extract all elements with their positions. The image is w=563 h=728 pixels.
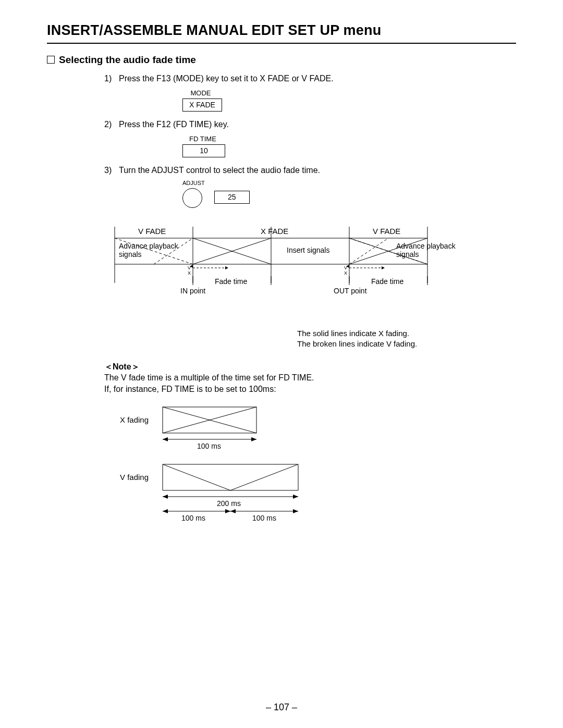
note-line1: The V fade time is a multiple of the tim… [104, 372, 516, 384]
diagram-insert: Insert signals [287, 246, 329, 254]
mode-indicator-label: MODE [182, 89, 219, 98]
svg-marker-45 [293, 509, 298, 513]
svg-line-35 [163, 464, 230, 490]
mini-x-label: X fading [120, 415, 149, 424]
diagram-xfade: X FADE [261, 227, 288, 236]
svg-line-14 [349, 238, 388, 264]
note-heading: ＜Note＞ [104, 361, 516, 373]
page-number: – 107 – [0, 701, 563, 713]
steps-list: 1)Press the F13 (MODE) key to set it to … [104, 73, 516, 208]
diagram-advance-left-2: signals [119, 250, 142, 258]
step-number: 1) [104, 73, 119, 84]
section-heading-text: Selecting the audio fade time [59, 54, 196, 65]
diagram-fadetime-in: Fade time [215, 277, 247, 286]
bullet-icon [47, 56, 55, 64]
svg-marker-44 [230, 509, 236, 513]
svg-marker-42 [225, 509, 230, 513]
mini-v-100b: 100 ms [252, 514, 276, 522]
step-text: Press the F13 (MODE) key to set it to X … [119, 74, 334, 83]
fdtime-indicator: FD TIME 10 [182, 134, 223, 157]
note-line2: If, for instance, FD TIME is to be set t… [104, 384, 516, 395]
note-body: The V fade time is a multiple of the tim… [104, 372, 516, 394]
svg-marker-39 [293, 495, 298, 499]
svg-marker-38 [163, 495, 168, 499]
page-title: INSERT/ASSEMBLE MANUAL EDIT SET UP menu [47, 21, 516, 44]
adjust-knob-icon [182, 188, 202, 208]
svg-line-36 [230, 464, 298, 490]
step-3: 3)Turn the ADJUST control to select the … [104, 165, 516, 176]
svg-marker-30 [251, 437, 256, 441]
diagram-in-point: IN point [180, 287, 205, 295]
adjust-indicator-label: ADJUST [182, 179, 205, 187]
mini-v-200: 200 ms [217, 499, 241, 508]
adjust-indicator-value: 25 [214, 191, 250, 204]
mini-x-100: 100 ms [197, 442, 221, 450]
fdtime-indicator-label: FD TIME [182, 134, 223, 144]
diagram-advance-right-1: Advance playback [396, 242, 456, 250]
step-text: Turn the ADJUST control to select the au… [119, 166, 320, 175]
step-1: 1)Press the F13 (MODE) key to set it to … [104, 73, 516, 84]
legend-broken: The broken lines indicate V fading. [297, 339, 516, 349]
mini-v-label: V fading [120, 473, 149, 482]
legend-solid: The solid lines indicate X fading. [297, 328, 516, 339]
fdtime-indicator-value: 10 [182, 144, 225, 157]
svg-marker-19 [382, 266, 385, 269]
diagram-vfade-right: V FADE [373, 227, 400, 236]
diagram-advance-left-1: Advance playback [119, 242, 179, 250]
diagram-fadetime-out: Fade time [371, 277, 403, 286]
step-2: 2)Press the F12 (FD TIME) key. [104, 119, 516, 130]
mode-indicator: MODE X FADE [182, 89, 219, 112]
diagram-advance-right-2: signals [396, 250, 419, 258]
step-number: 3) [104, 165, 119, 176]
section-heading: Selecting the audio fade time [47, 53, 516, 67]
step-number: 2) [104, 119, 119, 130]
mini-fade-diagram: X fading 100 ms V fading 200 ms [120, 404, 516, 527]
diagram-out-point: OUT point [334, 287, 367, 295]
diagram-vfade-left: V FADE [138, 227, 166, 236]
diagram-x-small-out: X [344, 270, 347, 276]
svg-marker-16 [225, 266, 228, 269]
fade-diagram: V FADE X FADE V FADE Advance playback si… [104, 227, 516, 318]
diagram-legend: The solid lines indicate X fading. The b… [297, 328, 516, 350]
adjust-indicator: ADJUST 25 [182, 179, 516, 208]
svg-marker-41 [163, 509, 168, 513]
step-text: Press the F12 (FD TIME) key. [119, 120, 229, 129]
mini-v-100a: 100 ms [181, 514, 205, 522]
svg-marker-29 [163, 437, 168, 441]
mode-indicator-value: X FADE [182, 98, 222, 112]
diagram-x-small-in: X [188, 270, 191, 276]
